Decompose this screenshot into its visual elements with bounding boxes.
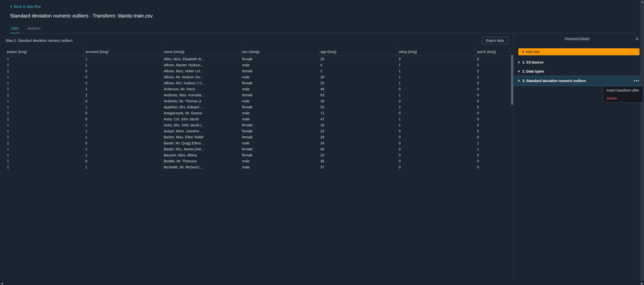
menu-delete[interactable]: Delete xyxy=(603,94,643,102)
table-row[interactable]: 10Allison, Miss. Helen Lor…female212 xyxy=(5,68,511,74)
close-icon[interactable]: ✕ xyxy=(635,37,639,41)
table-row[interactable]: 11Anderson, Mr. Harrymale4800 xyxy=(5,86,511,92)
add-step-button[interactable]: + Add step xyxy=(518,48,639,55)
cell: 1 xyxy=(5,128,83,134)
scroll-right-icon[interactable]: ▶ xyxy=(641,282,643,285)
tab-data[interactable]: Data xyxy=(10,24,20,33)
cell: Beattie, Mr. Thomson xyxy=(162,158,240,164)
col-header[interactable]: parch (long) xyxy=(475,48,510,56)
cell: 50 xyxy=(318,146,397,152)
cell: 25 xyxy=(318,80,397,86)
table-row[interactable]: 11Beckwith, Mr. Richard L…male3700 xyxy=(5,164,511,170)
table-row[interactable]: 10Andrews, Mr. Thomas Jrmale3900 xyxy=(5,98,511,104)
more-icon[interactable]: ••• xyxy=(634,79,639,83)
cell: male xyxy=(240,62,318,68)
menu-insert-after[interactable]: Insert transform after xyxy=(603,86,643,94)
back-link[interactable]: Back to data flow xyxy=(10,5,41,9)
cell: Anderson, Mr. Harry xyxy=(162,86,240,92)
tabs: Data Analysis xyxy=(10,24,634,33)
plus-icon: + xyxy=(522,50,524,54)
cell: 1 xyxy=(83,152,162,158)
cell: 0 xyxy=(475,128,510,134)
cell: 1 xyxy=(5,158,83,164)
cell: 1 xyxy=(397,80,475,86)
cell: 0 xyxy=(83,116,162,122)
cell: 0 xyxy=(397,152,475,158)
table-row[interactable]: 11Appleton, Mrs. Edward …female5320 xyxy=(5,104,511,110)
cell: 1 xyxy=(83,128,162,134)
window-vertical-scrollbar[interactable]: ▲ xyxy=(640,0,644,281)
tab-analysis[interactable]: Analysis xyxy=(27,24,42,33)
table-row[interactable]: 10Artagaveytia, Mr. Ramonmale7100 xyxy=(5,110,511,116)
cell: 1 xyxy=(83,56,162,62)
cell: 18 xyxy=(318,122,397,128)
table-row[interactable]: 11Allison, Master. Hudson…male012 xyxy=(5,62,511,68)
transforms-title: TRANSFORMS xyxy=(519,37,635,41)
cell: 1 xyxy=(83,86,162,92)
table-row[interactable]: 11Barber, Miss. Ellen 'Nellie'female2600 xyxy=(5,134,511,140)
table-row[interactable]: 11Bazzani, Miss. Albinafemale3200 xyxy=(5,152,511,158)
cell: 1 xyxy=(5,134,83,140)
table-row[interactable]: 10Astor, Col. John Jacobmale4710 xyxy=(5,116,511,122)
cell: male xyxy=(240,140,318,146)
scroll-left-icon[interactable]: ◀ xyxy=(1,282,3,285)
cell: Astor, Mrs. John Jacob (… xyxy=(162,122,240,128)
table-row[interactable]: 11Andrews, Miss. Kornelia…female6310 xyxy=(5,92,511,98)
step-item-3[interactable]: 3. Standard deviation numeric outliers •… xyxy=(514,76,644,86)
col-header[interactable]: pclass (long) xyxy=(5,48,83,56)
col-header[interactable]: survived (long) xyxy=(83,48,162,56)
cell: 0 xyxy=(475,104,510,110)
table-row[interactable]: 11Baxter, Mrs. James (Hel…female5001 xyxy=(5,146,511,152)
cell: 0 xyxy=(83,68,162,74)
cell: 24 xyxy=(318,128,397,134)
cell: 1 xyxy=(397,92,475,98)
caret-right-icon xyxy=(518,80,520,82)
vertical-scrollbar-thumb[interactable] xyxy=(511,55,513,105)
cell: 2 xyxy=(397,104,475,110)
cell: 0 xyxy=(83,140,162,146)
cell: 0 xyxy=(397,128,475,134)
cell: 2 xyxy=(475,68,510,74)
export-data-button[interactable]: Export data xyxy=(482,37,508,44)
cell: 0 xyxy=(397,98,475,104)
cell: 0 xyxy=(83,98,162,104)
cell: 1 xyxy=(5,86,83,92)
cell: 0 xyxy=(397,134,475,140)
col-header[interactable]: sex (string) xyxy=(240,48,318,56)
caret-right-icon xyxy=(518,70,520,73)
cell: Artagaveytia, Mr. Ramon xyxy=(162,110,240,116)
step-item-1[interactable]: 1. S3 Source xyxy=(514,58,644,67)
cell: 1 xyxy=(83,92,162,98)
cell: 0 xyxy=(397,146,475,152)
cell: Allison, Mr. Hudson Jos… xyxy=(162,74,240,80)
cell: 0 xyxy=(475,122,510,128)
cell: 1 xyxy=(5,74,83,80)
cell: male xyxy=(240,158,318,164)
col-header[interactable]: age (long) xyxy=(318,48,397,56)
table-row[interactable]: 11Astor, Mrs. John Jacob (…female1810 xyxy=(5,122,511,128)
table-row[interactable]: 10Beattie, Mr. Thomsonmale3600 xyxy=(5,158,511,164)
table-row[interactable]: 10Allison, Mr. Hudson Jos…male3012 xyxy=(5,74,511,80)
cell: Andrews, Miss. Kornelia… xyxy=(162,92,240,98)
step-item-2[interactable]: 2. Data types xyxy=(514,67,644,76)
table-row[interactable]: 11Aubart, Mme. Leontine …female2400 xyxy=(5,128,511,134)
table-row[interactable]: 10Baxter, Mr. Quigg Edmo…male2401 xyxy=(5,140,511,146)
col-header[interactable]: sibsp (long) xyxy=(397,48,475,56)
cell: female xyxy=(240,128,318,134)
scroll-up-icon[interactable]: ▲ xyxy=(641,1,643,3)
cell: 0 xyxy=(475,56,510,62)
horizontal-scrollbar[interactable]: ◀ ▶ xyxy=(0,281,644,285)
cell: 1 xyxy=(5,62,83,68)
page-title: Standard deviation numeric outliers · Tr… xyxy=(10,13,634,19)
step-heading: Step 3. Standard deviation numeric outli… xyxy=(6,39,73,43)
data-table-wrap[interactable]: pclass (long) survived (long) name (stri… xyxy=(5,48,514,281)
table-row[interactable]: 11Allen, Miss. Elisabeth W…female2900 xyxy=(5,56,511,62)
cell: 0 xyxy=(475,86,510,92)
cell: Allison, Mrs. Hudson J C… xyxy=(162,80,240,86)
cell: 36 xyxy=(318,158,397,164)
col-header[interactable]: name (string) xyxy=(162,48,240,56)
cell: female xyxy=(240,152,318,158)
table-row[interactable]: 10Allison, Mrs. Hudson J C…female2512 xyxy=(5,80,511,86)
cell: 1 xyxy=(475,146,510,152)
cell: 0 xyxy=(475,110,510,116)
